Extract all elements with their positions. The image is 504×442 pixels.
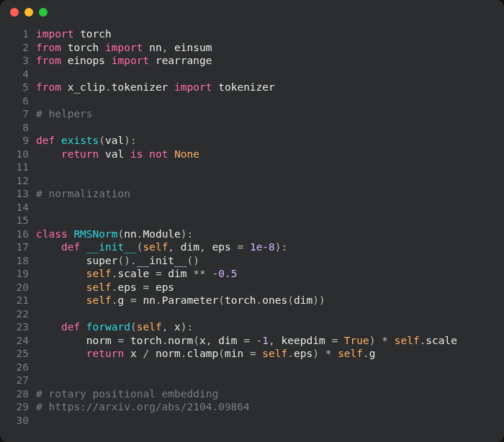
token-kw: def (61, 241, 80, 253)
code-line: 8 (4, 121, 504, 135)
token-pun (36, 294, 86, 306)
code-line: 1import torch (4, 27, 504, 41)
token-id: torch (80, 28, 112, 40)
code-line: 16class RMSNorm(nn.Module): (4, 227, 504, 241)
token-id: Parameter (162, 294, 219, 306)
line-content: super().__init__() (36, 254, 504, 268)
line-content (36, 174, 504, 188)
token-pun: (). (118, 255, 137, 266)
token-pun (61, 81, 68, 93)
token-pun (124, 348, 130, 359)
code-window: 1import torch2from torch import nn, eins… (0, 0, 504, 442)
code-line: 25 return x / norm.clamp(min = self.eps)… (4, 347, 504, 361)
token-pun: ( (130, 321, 137, 333)
token-id: norm (156, 348, 181, 359)
token-cmt: # rotary positional embedding (36, 388, 218, 400)
line-content: return val is not None (36, 148, 504, 161)
line-number: 3 (4, 54, 36, 68)
line-number: 8 (4, 121, 36, 135)
token-pun (80, 241, 86, 253)
token-pun: ( (118, 228, 125, 240)
code-line: 18 super().__init__() (4, 254, 504, 268)
line-number: 4 (4, 68, 36, 81)
token-num: 1 (262, 335, 269, 346)
line-number: 10 (4, 148, 36, 161)
code-line: 2from torch import nn, einsum (4, 41, 504, 55)
minimize-icon[interactable] (24, 8, 33, 17)
zoom-icon[interactable] (39, 8, 48, 17)
token-id: scale (426, 335, 457, 346)
line-content (36, 214, 504, 227)
token-arg: self (143, 241, 168, 253)
token-fn: forward (86, 321, 130, 333)
token-arg: self (86, 281, 112, 293)
token-pun: . (112, 294, 118, 306)
line-content (36, 68, 504, 81)
token-pun (99, 148, 105, 160)
token-id: ones (262, 294, 287, 306)
token-pun: = (137, 281, 156, 293)
line-content (36, 374, 504, 387)
line-number: 23 (4, 320, 36, 334)
line-content (36, 121, 504, 135)
token-pun (143, 148, 149, 160)
token-id: __init__ (137, 255, 187, 266)
token-pun (168, 148, 174, 160)
token-id: eps (156, 281, 174, 293)
token-pun (61, 55, 68, 66)
token-kw: import (105, 42, 143, 53)
token-pun (36, 348, 86, 359)
line-content: def exists(val): (36, 134, 504, 148)
token-id: x_clip (68, 81, 105, 93)
token-id: min (225, 348, 243, 359)
line-content: class RMSNorm(nn.Module): (36, 227, 504, 241)
token-pun (124, 148, 130, 160)
line-content: # https://arxiv.org/abs/2104.09864 (36, 400, 504, 414)
token-fn: exists (61, 135, 99, 146)
token-id: torch (68, 42, 99, 53)
line-content: from einops import rearrange (36, 54, 504, 68)
code-line: 30 (4, 414, 504, 428)
line-content: # helpers (36, 107, 504, 121)
line-number: 1 (4, 27, 36, 41)
line-number: 16 (4, 227, 36, 241)
token-pun: , (199, 241, 212, 253)
token-fn: RMSNorm (73, 228, 117, 240)
line-number: 13 (4, 187, 36, 201)
token-kw: import (36, 28, 73, 40)
token-id: torch (130, 335, 162, 346)
token-id: val (105, 135, 124, 146)
token-pun: . (156, 294, 162, 306)
close-icon[interactable] (10, 8, 19, 17)
code-line: 6 (4, 94, 504, 108)
token-pun: ): (275, 241, 287, 253)
code-line: 11 (4, 161, 504, 174)
token-pun (36, 255, 86, 266)
token-pun (149, 55, 156, 66)
token-kw: return (86, 348, 124, 359)
line-number: 20 (4, 281, 36, 294)
token-pun (143, 42, 149, 53)
code-line: 26 (4, 361, 504, 374)
token-id: dim (168, 268, 186, 279)
token-kw: from (36, 42, 61, 53)
token-pun (36, 281, 86, 293)
code-line: 28# rotary positional embedding (4, 387, 504, 401)
token-pun (212, 81, 218, 93)
token-arg: self (262, 348, 287, 359)
code-line: 24 norm = torch.norm(x, dim = -1, keepdi… (4, 334, 504, 348)
token-kw: def (61, 321, 80, 333)
line-content: def forward(self, x): (36, 320, 504, 334)
token-pun: )) (312, 294, 325, 306)
token-pun: ( (218, 348, 225, 359)
token-arg: self (86, 294, 112, 306)
code-line: 17 def __init__(self, dim, eps = 1e-8): (4, 240, 504, 254)
line-number: 7 (4, 107, 36, 121)
line-number: 30 (4, 414, 36, 428)
token-pun (55, 135, 61, 146)
token-id: rearrange (156, 55, 212, 66)
token-kw: def (36, 135, 55, 146)
token-pun: ) * (312, 348, 338, 359)
token-id: dim (218, 335, 237, 346)
window-titlebar (0, 0, 504, 24)
